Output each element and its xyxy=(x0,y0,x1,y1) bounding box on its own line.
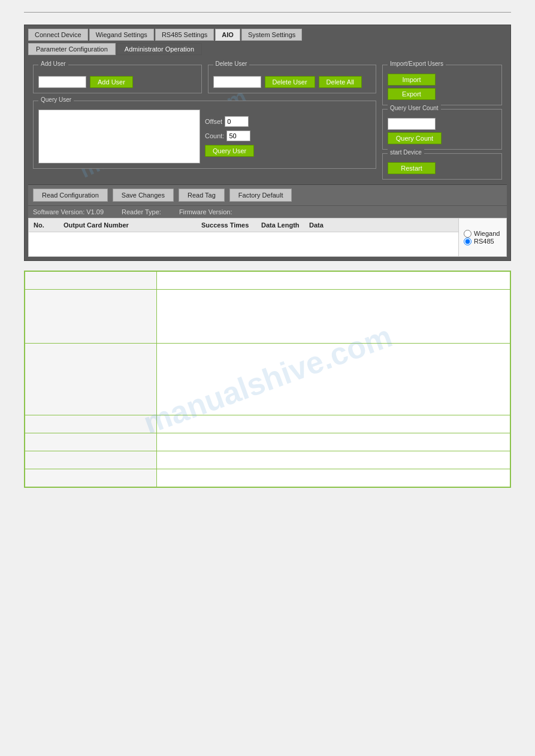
lower-row-3 xyxy=(25,344,510,415)
query-count-input[interactable] xyxy=(388,118,436,130)
reader-type: Reader Type: xyxy=(122,208,161,215)
tab-wiegand-settings[interactable]: Wiegand Settings xyxy=(89,29,154,41)
sub-tab-bar: Parameter Configuration Administrator Op… xyxy=(28,43,507,55)
sub-tab-admin-operation[interactable]: Administrator Operation xyxy=(117,43,202,55)
offset-input[interactable] xyxy=(225,116,249,127)
lower-row-1 xyxy=(25,272,510,290)
tab-system-settings[interactable]: System Settings xyxy=(241,29,302,41)
factory-default-button[interactable]: Factory Default xyxy=(229,189,292,202)
lower-section: manualshive.com xyxy=(24,271,511,488)
import-export-group: Import/Export Users Import Export xyxy=(382,65,502,105)
lower-cell-2-1 xyxy=(25,290,157,344)
col-success-header: Success Times xyxy=(197,220,256,230)
top-divider xyxy=(24,12,511,13)
offset-label: Offset xyxy=(205,118,222,125)
count-input[interactable] xyxy=(226,130,250,141)
query-controls: Offset Count: Query User xyxy=(205,110,254,163)
software-version: Software Version: V1.09 xyxy=(33,208,104,215)
lower-cell-3-2 xyxy=(157,344,510,415)
lower-row-4 xyxy=(25,415,510,433)
tab-aio[interactable]: AIO xyxy=(215,29,240,41)
lower-cell-6-1 xyxy=(25,451,157,469)
wiegand-radio-label: Wiegand xyxy=(474,230,500,237)
rs485-radio-row[interactable]: RS485 xyxy=(464,238,501,245)
query-user-label: Query User xyxy=(38,96,74,103)
col-data-header: Data xyxy=(304,220,458,230)
app-window: manualshive.com Connect Device Wiegand S… xyxy=(24,25,511,261)
start-device-label: start Device xyxy=(388,149,424,156)
import-button[interactable]: Import xyxy=(388,74,436,86)
firmware-version: Firmware Version: xyxy=(179,208,232,215)
table-main: No. Output Card Number Success Times Dat… xyxy=(29,218,458,256)
table-side: Wiegand RS485 xyxy=(458,218,506,256)
lower-row-5 xyxy=(25,433,510,451)
lower-row-2 xyxy=(25,290,510,344)
table-body xyxy=(29,232,458,256)
rs485-radio[interactable] xyxy=(464,238,471,245)
lower-cell-5-2 xyxy=(157,433,510,451)
status-bar: Software Version: V1.09 Reader Type: Fir… xyxy=(28,205,507,218)
query-user-button[interactable]: Query User xyxy=(205,145,254,157)
lower-cell-1-1 xyxy=(25,272,157,290)
count-row: Count: xyxy=(205,130,254,141)
delete-user-label: Delete User xyxy=(213,60,250,67)
save-changes-button[interactable]: Save Changes xyxy=(113,189,174,202)
col-datalen-header: Data Length xyxy=(256,220,304,230)
lower-cell-6-2 xyxy=(157,451,510,469)
query-user-count-group: Query User Count Query Count xyxy=(382,109,502,150)
col-card-header: Output Card Number xyxy=(59,220,197,230)
add-user-button[interactable]: Add User xyxy=(90,76,133,88)
delete-user-group: Delete User Delete User Delete All xyxy=(208,65,377,93)
add-user-group: Add User Add User xyxy=(33,65,202,93)
lower-cell-5-1 xyxy=(25,433,157,451)
col-no-header: No. xyxy=(29,220,59,230)
content-area: Add User Add User Delete User Delet xyxy=(28,60,507,184)
lower-cell-7-1 xyxy=(25,469,157,487)
import-export-label: Import/Export Users xyxy=(388,60,446,67)
read-tag-button[interactable]: Read Tag xyxy=(179,189,225,202)
delete-user-input[interactable] xyxy=(213,76,261,88)
rs485-radio-label: RS485 xyxy=(474,238,494,245)
tab-connect-device[interactable]: Connect Device xyxy=(28,29,88,41)
lower-cell-1-2 xyxy=(157,272,510,290)
sub-tab-parameter-config[interactable]: Parameter Configuration xyxy=(28,43,116,55)
count-label: Count: xyxy=(205,132,224,139)
lower-cell-2-2 xyxy=(157,290,510,344)
query-user-textarea[interactable] xyxy=(38,110,200,163)
tab-rs485-settings[interactable]: RS485 Settings xyxy=(155,29,214,41)
lower-cell-7-2 xyxy=(157,469,510,487)
delete-all-button[interactable]: Delete All xyxy=(319,76,362,88)
top-row: Add User Add User Delete User Delet xyxy=(33,65,502,180)
read-config-button[interactable]: Read Configuration xyxy=(33,189,108,202)
left-panel: Add User Add User Delete User Delet xyxy=(33,65,376,180)
restart-button[interactable]: Restart xyxy=(388,162,436,174)
data-table-section: No. Output Card Number Success Times Dat… xyxy=(28,218,507,257)
user-ops-row: Add User Add User Delete User Delet xyxy=(33,65,376,93)
query-count-button[interactable]: Query Count xyxy=(388,132,442,144)
delete-user-button[interactable]: Delete User xyxy=(265,76,315,88)
start-device-group: start Device Restart xyxy=(382,153,502,180)
add-user-label: Add User xyxy=(38,60,68,67)
query-user-group: Query User Offset Count: xyxy=(33,101,376,169)
lower-row-7 xyxy=(25,469,510,487)
bottom-toolbar: Read Configuration Save Changes Read Tag… xyxy=(28,184,507,205)
lower-cell-3-1 xyxy=(25,344,157,415)
query-user-count-label: Query User Count xyxy=(388,105,441,111)
page-wrapper: manualshive.com Connect Device Wiegand S… xyxy=(0,0,535,756)
lower-table xyxy=(25,271,510,487)
table-header: No. Output Card Number Success Times Dat… xyxy=(29,218,458,232)
tab-bar: Connect Device Wiegand Settings RS485 Se… xyxy=(28,29,507,41)
add-user-input[interactable] xyxy=(38,76,86,88)
wiegand-radio[interactable] xyxy=(464,230,471,238)
lower-row-6 xyxy=(25,451,510,469)
wiegand-radio-row[interactable]: Wiegand xyxy=(464,230,501,238)
lower-cell-4-1 xyxy=(25,415,157,433)
offset-row: Offset xyxy=(205,116,254,127)
export-button[interactable]: Export xyxy=(388,88,436,100)
right-panel: Import/Export Users Import Export Query … xyxy=(382,65,502,180)
lower-cell-4-2 xyxy=(157,415,510,433)
